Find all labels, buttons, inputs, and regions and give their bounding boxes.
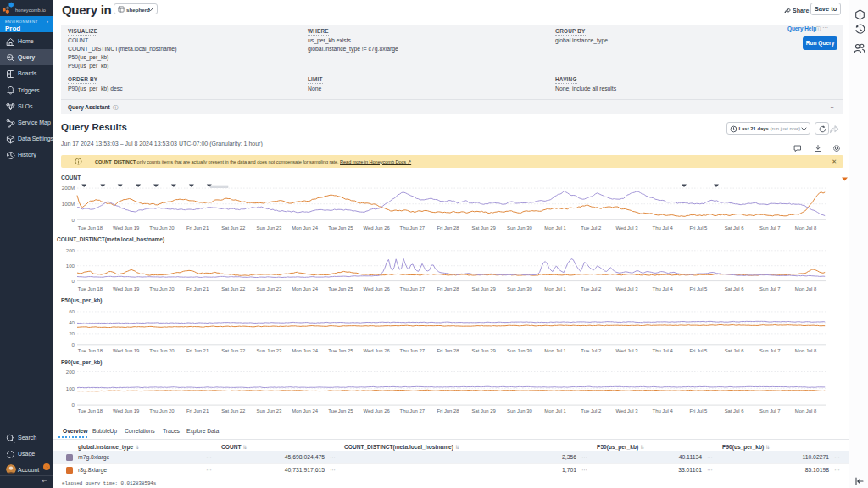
svg-text:200: 200 (66, 247, 75, 253)
svg-text:Tue Jul 2: Tue Jul 2 (581, 286, 601, 291)
svg-text:Thu Jul 4: Thu Jul 4 (653, 286, 674, 291)
svg-text:20: 20 (69, 330, 75, 336)
svg-text:Sat Jun 29: Sat Jun 29 (472, 225, 496, 230)
svg-text:P90(us_per_kb): P90(us_per_kb) (61, 359, 102, 366)
svg-text:Sun Jul 7: Sun Jul 7 (760, 225, 781, 230)
svg-text:Tue Jun 25: Tue Jun 25 (328, 408, 353, 413)
svg-text:Fri Jun 21: Fri Jun 21 (186, 225, 209, 230)
svg-text:Sun Jul 7: Sun Jul 7 (760, 286, 781, 291)
svg-text:Sun Jun 30: Sun Jun 30 (507, 286, 533, 291)
svg-text:Thu Jun 20: Thu Jun 20 (149, 348, 175, 353)
svg-text:Mon Jul 8: Mon Jul 8 (795, 225, 817, 230)
svg-text:COUNT_DISTINCT(meta.local_host: COUNT_DISTINCT(meta.local_hostname) (57, 236, 164, 243)
svg-text:Thu Jun 27: Thu Jun 27 (400, 225, 425, 230)
svg-text:COUNT: COUNT (61, 175, 81, 180)
svg-text:100: 100 (66, 263, 75, 269)
svg-text:Mon Jun 24: Mon Jun 24 (292, 225, 319, 230)
svg-text:Mon Jul 8: Mon Jul 8 (795, 286, 817, 291)
svg-text:Sat Jul 6: Sat Jul 6 (725, 225, 745, 230)
svg-text:Thu Jun 20: Thu Jun 20 (149, 225, 175, 230)
svg-text:Fri Jun 28: Fri Jun 28 (437, 286, 459, 291)
svg-text:Tue Jul 2: Tue Jul 2 (581, 225, 601, 230)
svg-text:100: 100 (66, 385, 75, 391)
svg-text:Sun Jun 23: Sun Jun 23 (257, 286, 283, 291)
svg-text:P50(us_per_kb): P50(us_per_kb) (61, 297, 102, 304)
svg-text:Fri Jun 21: Fri Jun 21 (186, 348, 209, 353)
svg-text:Mon Jul 1: Mon Jul 1 (544, 225, 566, 230)
svg-text:40: 40 (69, 319, 75, 325)
svg-text:100M: 100M (62, 201, 75, 207)
svg-text:Thu Jun 27: Thu Jun 27 (400, 348, 425, 353)
svg-text:Sat Jun 22: Sat Jun 22 (221, 408, 245, 413)
svg-text:Wed Jun 26: Wed Jun 26 (363, 348, 390, 353)
svg-text:60: 60 (69, 308, 75, 314)
svg-text:Mon Jul 8: Mon Jul 8 (795, 348, 817, 353)
svg-text:Sat Jun 29: Sat Jun 29 (472, 286, 496, 291)
svg-text:Fri Jun 28: Fri Jun 28 (437, 408, 459, 413)
svg-text:Tue Jun 25: Tue Jun 25 (328, 225, 353, 230)
svg-text:Fri Jul 5: Fri Jul 5 (689, 225, 708, 230)
svg-text:Wed Jul 3: Wed Jul 3 (615, 408, 638, 413)
svg-text:Wed Jul 3: Wed Jul 3 (615, 286, 638, 291)
svg-text:0: 0 (72, 217, 75, 223)
svg-text:Mon Jun 24: Mon Jun 24 (292, 286, 319, 291)
svg-text:Fri Jul 5: Fri Jul 5 (689, 348, 708, 353)
svg-text:Thu Jul 4: Thu Jul 4 (653, 225, 674, 230)
svg-text:Thu Jun 20: Thu Jun 20 (149, 286, 175, 291)
svg-text:Wed Jul 3: Wed Jul 3 (615, 225, 638, 230)
svg-text:Tue Jun 18: Tue Jun 18 (78, 225, 103, 230)
svg-text:Sat Jul 6: Sat Jul 6 (725, 408, 745, 413)
svg-text:Sun Jun 23: Sun Jun 23 (257, 225, 283, 230)
svg-text:Tue Jul 2: Tue Jul 2 (581, 348, 601, 353)
svg-text:Sun Jun 23: Sun Jun 23 (257, 348, 283, 353)
svg-text:Sat Jun 22: Sat Jun 22 (221, 286, 245, 291)
svg-text:Fri Jun 21: Fri Jun 21 (186, 286, 209, 291)
svg-text:Wed Jun 26: Wed Jun 26 (363, 225, 390, 230)
svg-text:Sun Jun 30: Sun Jun 30 (507, 408, 533, 413)
svg-text:Sun Jun 30: Sun Jun 30 (507, 348, 533, 353)
svg-text:Thu Jun 27: Thu Jun 27 (400, 286, 425, 291)
svg-text:Fri Jun 28: Fri Jun 28 (437, 225, 459, 230)
svg-text:Sun Jun 30: Sun Jun 30 (507, 225, 533, 230)
svg-text:Wed Jun 19: Wed Jun 19 (113, 286, 139, 291)
svg-text:Tue Jun 18: Tue Jun 18 (78, 348, 103, 353)
svg-text:Sat Jul 6: Sat Jul 6 (725, 348, 745, 353)
svg-text:Sun Jul 7: Sun Jul 7 (760, 408, 781, 413)
svg-text:0: 0 (72, 341, 75, 347)
svg-text:Sat Jul 6: Sat Jul 6 (725, 286, 745, 291)
svg-text:0: 0 (72, 402, 75, 408)
svg-text:Wed Jun 19: Wed Jun 19 (113, 408, 139, 413)
svg-text:Sat Jun 29: Sat Jun 29 (472, 348, 496, 353)
svg-text:Sun Jul 7: Sun Jul 7 (760, 348, 781, 353)
svg-text:Sat Jun 22: Sat Jun 22 (221, 348, 245, 353)
svg-text:Wed Jul 3: Wed Jul 3 (615, 348, 638, 353)
svg-text:200M: 200M (62, 185, 75, 191)
svg-text:Tue Jun 25: Tue Jun 25 (328, 286, 353, 291)
svg-text:Tue Jun 18: Tue Jun 18 (78, 408, 103, 413)
svg-text:Tue Jun 25: Tue Jun 25 (328, 348, 353, 353)
svg-text:Sun Jun 23: Sun Jun 23 (257, 408, 283, 413)
svg-text:Mon Jul 1: Mon Jul 1 (544, 286, 566, 291)
svg-text:Tue Jul 2: Tue Jul 2 (581, 408, 601, 413)
svg-text:Thu Jul 4: Thu Jul 4 (653, 408, 674, 413)
svg-text:Mon Jun 24: Mon Jun 24 (292, 408, 319, 413)
svg-text:Wed Jun 26: Wed Jun 26 (363, 408, 390, 413)
svg-text:Thu Jun 27: Thu Jun 27 (400, 408, 425, 413)
svg-text:Sat Jun 22: Sat Jun 22 (221, 225, 245, 230)
svg-text:Wed Jun 19: Wed Jun 19 (113, 225, 139, 230)
svg-text:Wed Jun 19: Wed Jun 19 (113, 348, 139, 353)
svg-text:Tue Jun 18: Tue Jun 18 (78, 286, 103, 291)
svg-text:Thu Jul 4: Thu Jul 4 (653, 348, 674, 353)
svg-text:Fri Jul 5: Fri Jul 5 (689, 286, 708, 291)
svg-text:Mon Jun 24: Mon Jun 24 (292, 348, 319, 353)
svg-text:Mon Jul 8: Mon Jul 8 (795, 408, 817, 413)
svg-text:Mon Jul 1: Mon Jul 1 (544, 348, 566, 353)
svg-text:Wed Jun 26: Wed Jun 26 (363, 286, 390, 291)
svg-text:Fri Jun 28: Fri Jun 28 (437, 348, 459, 353)
svg-text:Sat Jun 29: Sat Jun 29 (472, 408, 496, 413)
svg-text:Mon Jul 1: Mon Jul 1 (544, 408, 566, 413)
svg-text:Fri Jun 21: Fri Jun 21 (186, 408, 209, 413)
svg-text:0: 0 (72, 278, 75, 284)
svg-text:Thu Jun 20: Thu Jun 20 (149, 408, 175, 413)
svg-text:Fri Jul 5: Fri Jul 5 (689, 408, 708, 413)
